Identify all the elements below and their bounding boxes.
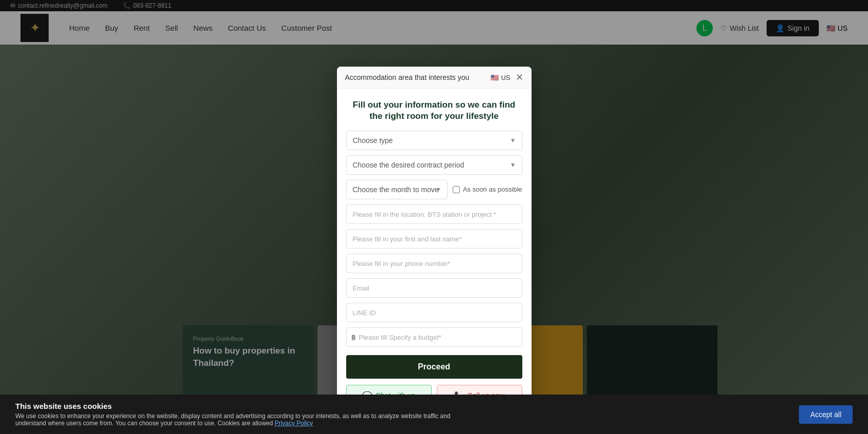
privacy-policy-link[interactable]: Privacy Policy [274, 420, 313, 427]
choose-type-wrap: Choose type Condo House Villa Apartment … [346, 131, 522, 150]
modal-header-right: 🇺🇸 US ✕ [491, 73, 523, 82]
cookie-text-wrap: This website uses cookies We use cookies… [15, 402, 476, 427]
accept-all-button[interactable]: Accept all [799, 405, 853, 424]
phone-input[interactable] [346, 254, 522, 273]
contract-period-select[interactable]: Choose the desired contract period 1 mon… [346, 155, 522, 175]
modal-close-button[interactable]: ✕ [516, 73, 523, 82]
modal-headline: Fill out your information so we can find… [346, 99, 522, 121]
choose-type-select[interactable]: Choose type Condo House Villa Apartment … [346, 131, 522, 150]
name-input[interactable] [346, 229, 522, 249]
location-input[interactable] [346, 204, 522, 224]
contract-period-wrap: Choose the desired contract period 1 mon… [346, 155, 522, 175]
month-row: Choose the month to move January Februar… [346, 180, 522, 199]
modal-body: Fill out your information so we can find… [337, 89, 532, 417]
month-select-wrap: Choose the month to move January Februar… [346, 180, 448, 199]
budget-wrap: ฿ [346, 327, 522, 347]
cookie-banner: This website uses cookies We use cookies… [0, 395, 868, 434]
email-input[interactable] [346, 278, 522, 298]
cookie-desc: We use cookies to enhance your experienc… [15, 412, 476, 427]
asap-checkbox[interactable] [453, 186, 460, 193]
proceed-button[interactable]: Proceed [346, 355, 522, 379]
modal-lang-badge[interactable]: 🇺🇸 US [491, 74, 510, 81]
modal: Accommodation area that interests you 🇺🇸… [337, 67, 532, 417]
budget-input[interactable] [346, 327, 522, 347]
modal-flag-icon: 🇺🇸 [491, 74, 499, 81]
modal-header: Accommodation area that interests you 🇺🇸… [337, 67, 532, 89]
asap-label[interactable]: As soon as possible [453, 185, 522, 193]
move-month-select[interactable]: Choose the month to move January Februar… [346, 180, 448, 199]
budget-prefix: ฿ [351, 333, 356, 341]
modal-header-title: Accommodation area that interests you [345, 73, 470, 81]
modal-headline-line2: the right room for your lifestyle [346, 111, 522, 121]
cookie-title: This website uses cookies [15, 402, 476, 410]
line-id-input[interactable] [346, 303, 522, 322]
modal-headline-line1: Fill out your information so we can find [346, 99, 522, 111]
